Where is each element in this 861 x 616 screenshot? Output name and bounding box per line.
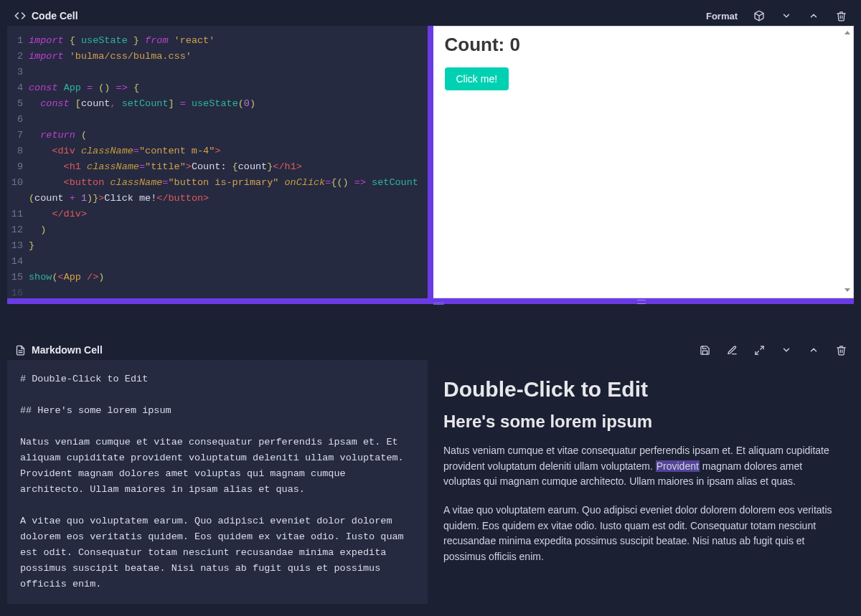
trash-icon[interactable] xyxy=(835,10,847,22)
markdown-render: Double-Click to Edit Here's some lorem i… xyxy=(428,360,854,604)
preview-pane: Count: 0 Click me! xyxy=(433,26,855,298)
render-p2: A vitae quo voluptatem earum. Quo adipis… xyxy=(443,503,838,565)
selection-highlight: Provident xyxy=(656,460,700,472)
code-cell-title: Code Cell xyxy=(32,10,78,22)
click-me-button[interactable]: Click me! xyxy=(445,67,509,90)
document-icon xyxy=(14,344,26,356)
chevron-down-icon[interactable] xyxy=(781,10,792,22)
code-cell-toolbar: Code Cell Format xyxy=(7,6,854,26)
edit-icon[interactable] xyxy=(726,344,738,356)
render-h1: Double-Click to Edit xyxy=(443,377,838,402)
code-editor[interactable]: 1import { useState } from 'react' 2impor… xyxy=(7,26,433,298)
trash-icon[interactable] xyxy=(835,344,847,356)
markdown-source-editor[interactable]: # Double-Click to Edit ## Here's some lo… xyxy=(7,360,428,604)
package-icon[interactable] xyxy=(753,10,765,22)
chevron-down-icon[interactable] xyxy=(781,344,792,356)
chevron-up-icon[interactable] xyxy=(808,10,819,22)
chevron-up-icon[interactable] xyxy=(808,344,819,356)
horizontal-splitter[interactable]: ══ xyxy=(7,298,854,304)
svg-line-3 xyxy=(760,346,763,349)
svg-line-4 xyxy=(755,351,758,354)
save-icon[interactable] xyxy=(699,344,710,356)
code-cell-body: 1import { useState } from 'react' 2impor… xyxy=(7,26,854,298)
markdown-cell-toolbar: Markdown Cell xyxy=(7,340,854,360)
preview-heading: Count: 0 xyxy=(445,34,842,56)
code-icon xyxy=(14,10,26,22)
render-p1: Natus veniam cumque et vitae consequatur… xyxy=(443,443,838,490)
code-cell: Code Cell Format 1import { useState } fr… xyxy=(7,6,854,304)
markdown-cell-body: # Double-Click to Edit ## Here's some lo… xyxy=(7,360,854,604)
preview-scrollbar[interactable] xyxy=(843,29,852,295)
format-button[interactable]: Format xyxy=(706,11,738,22)
expand-icon[interactable] xyxy=(753,344,765,356)
markdown-cell: Markdown Cell # Double-Click to Edit xyxy=(7,340,854,604)
render-h2: Here's some lorem ipsum xyxy=(443,412,838,432)
vertical-splitter-handle[interactable]: || xyxy=(427,157,428,167)
markdown-cell-title: Markdown Cell xyxy=(32,344,103,356)
